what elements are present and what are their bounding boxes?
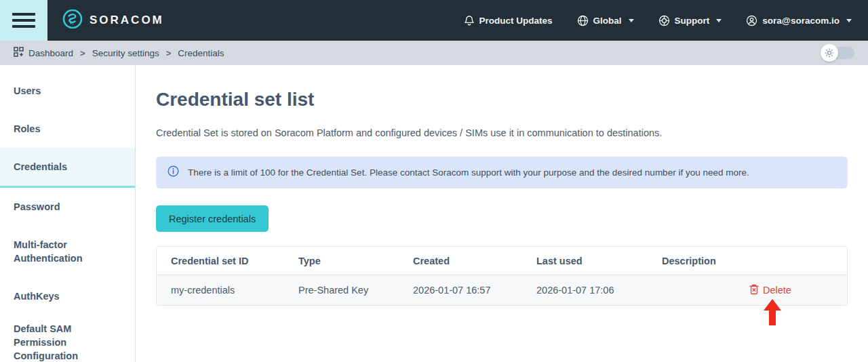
chevron-down-icon [629,19,634,22]
hamburger-icon [12,13,35,16]
delete-label: Delete [763,285,791,296]
sidebar-item-authkeys[interactable]: AuthKeys [0,277,135,315]
hamburger-menu-button[interactable] [0,0,47,41]
page-description: Credential Set is stored on Soracom Plat… [156,127,848,138]
brand-name: SORACOM [90,14,164,27]
annotation-arrow-icon [764,299,781,325]
main-content: Credential set list Credential Set is st… [136,65,868,362]
chevron-down-icon [846,19,852,22]
support-menu[interactable]: Support [658,15,722,26]
column-header-type: Type [298,256,413,266]
bell-icon [464,15,475,26]
globe-icon [577,15,589,26]
info-alert: There is a limit of 100 for the Credenti… [156,157,848,188]
table-header-row: Credential set ID Type Created Last used… [157,247,847,275]
column-header-last-used: Last used [536,256,662,266]
product-updates-button[interactable]: Product Updates [464,15,553,26]
column-header-description: Description [662,256,749,266]
global-menu[interactable]: Global [577,15,634,26]
register-credentials-button[interactable]: Register credentials [156,205,269,232]
cell-created: 2026-01-07 16:57 [413,285,536,296]
table-row: my-credentials Pre-Shared Key 2026-01-07… [157,275,847,305]
breadcrumb-dashboard[interactable]: Dashboard [14,47,73,59]
breadcrumb-credentials: Credentials [178,48,224,58]
page: SORACOM Product Updates [0,0,868,362]
cell-last-used: 2026-01-07 17:06 [536,285,662,296]
breadcrumb-security-settings[interactable]: Security settings [92,48,159,58]
breadcrumb-separator: > [80,48,85,58]
sidebar-item-credentials[interactable]: Credentials [0,148,135,188]
life-ring-icon [658,15,670,26]
breadcrumb: Dashboard > Security settings > Credenti… [0,41,868,65]
dark-mode-toggle[interactable] [823,47,854,59]
soracom-logo[interactable]: SORACOM [62,0,164,41]
credentials-table: Credential set ID Type Created Last used… [156,246,848,306]
sidebar-item-multi-factor-authentication[interactable]: Multi-factor Authentication [0,226,135,277]
sidebar-item-password[interactable]: Password [0,188,135,226]
account-menu[interactable]: sora@soracom.io [746,15,852,26]
dashboard-grid-icon [14,47,24,59]
cell-credential-set-id: my-credentials [171,285,298,296]
sidebar-item-roles[interactable]: Roles [0,110,135,148]
cell-type: Pre-Shared Key [298,285,413,296]
column-header-credential-set-id: Credential set ID [171,256,298,266]
sidebar: Users Roles Credentials Password Multi-f… [0,65,136,362]
top-navbar: SORACOM Product Updates [0,0,868,41]
sun-icon [825,48,834,58]
info-alert-text: There is a limit of 100 for the Credenti… [188,167,749,178]
trash-icon [749,284,759,297]
sidebar-item-users[interactable]: Users [0,72,135,110]
soracom-logo-icon [62,9,83,32]
page-title: Credential set list [156,89,848,110]
delete-button[interactable]: Delete [749,284,791,297]
user-icon [746,15,757,26]
navbar-actions: Product Updates Global [464,0,868,41]
toggle-knob [821,44,838,62]
sidebar-item-default-sam-permission-configuration[interactable]: Default SAM Permission Configuration [0,315,135,362]
info-icon [167,165,179,180]
chevron-down-icon [716,19,722,22]
column-header-created: Created [413,256,536,266]
breadcrumb-separator: > [166,48,172,58]
